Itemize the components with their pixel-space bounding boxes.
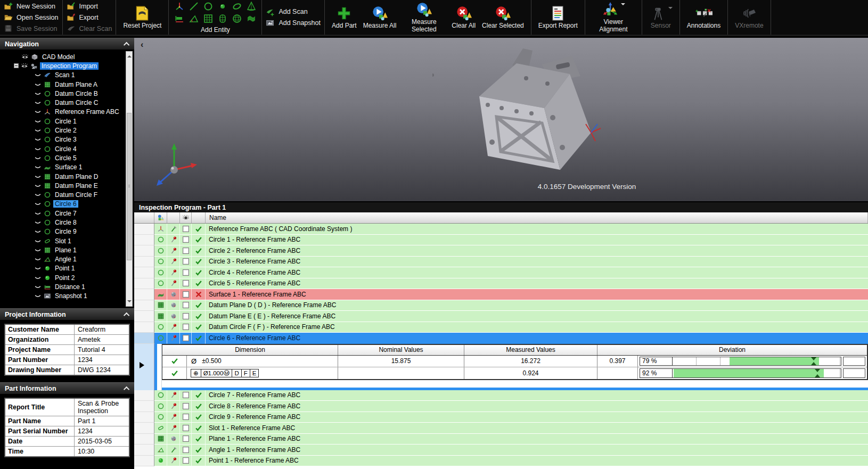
crescent-icon[interactable]: [34, 283, 42, 291]
new-session-button[interactable]: New Session: [4, 2, 55, 11]
tree-item-circle-8[interactable]: Circle 8: [0, 218, 134, 227]
crescent-icon[interactable]: [34, 191, 42, 199]
entity-plane-button[interactable]: [202, 13, 214, 26]
entity-line-button[interactable]: [188, 1, 200, 14]
entity-point-button[interactable]: [217, 1, 228, 14]
save-session-button[interactable]: Save Session: [4, 24, 57, 34]
crescent-icon[interactable]: [34, 99, 42, 106]
entity-frame-button[interactable]: [174, 1, 185, 14]
row-checkbox[interactable]: [183, 226, 189, 232]
scroll-up-icon[interactable]: [127, 53, 132, 57]
tree-item-reference-frame-abc[interactable]: Reference Frame ABC: [0, 108, 134, 117]
tree-item-surface-1[interactable]: Surface 1: [0, 163, 134, 172]
row-checkbox[interactable]: [183, 447, 189, 453]
part-information-header[interactable]: Part Information: [0, 382, 134, 394]
crescent-icon[interactable]: [34, 90, 42, 97]
table-row-circle-2[interactable]: Circle 2 - Reference Frame ABC: [134, 245, 868, 257]
crescent-icon[interactable]: [34, 274, 42, 282]
table-row-circle-7[interactable]: Circle 7 - Reference Frame ABC: [134, 390, 868, 401]
crescent-icon[interactable]: [34, 210, 42, 217]
open-session-button[interactable]: Open Session: [4, 13, 59, 22]
entity-distance-button[interactable]: [174, 13, 185, 26]
entity-circle-button[interactable]: [202, 1, 214, 14]
tree-item-datum-circle-b[interactable]: Datum Circle B: [0, 89, 134, 98]
tree-item-angle-1[interactable]: Angle 1: [0, 255, 134, 264]
dropdown-caret-icon[interactable]: [668, 7, 673, 11]
tree-item-cad-model[interactable]: CAD Model: [0, 52, 134, 61]
info-value[interactable]: Creaform: [75, 325, 129, 334]
crescent-icon[interactable]: [34, 173, 42, 180]
measure-all-button[interactable]: Measure All: [360, 4, 400, 31]
crescent-icon[interactable]: [34, 228, 42, 235]
visibility-column-header[interactable]: [180, 212, 192, 223]
info-value[interactable]: Tutorial 4: [75, 345, 129, 355]
table-row-plane-1[interactable]: Plane 1 - Reference Frame ABC: [134, 434, 868, 445]
crescent-icon[interactable]: [34, 256, 42, 263]
export-button[interactable]: Export: [67, 13, 99, 22]
tree-item-datum-plane-d[interactable]: Datum Plane D: [0, 172, 134, 181]
crescent-icon[interactable]: [34, 265, 42, 272]
tree-expander[interactable]: [14, 63, 19, 68]
tree-item-circle-5[interactable]: Circle 5: [0, 153, 134, 162]
tree-item-datum-circle-c[interactable]: Datum Circle C: [0, 98, 134, 107]
dropdown-caret-icon[interactable]: [621, 3, 625, 7]
import-button[interactable]: Import: [67, 2, 98, 11]
add-snapshot-button[interactable]: Add Snapshot: [266, 18, 321, 28]
tree-item-point-1[interactable]: Point 1: [0, 264, 134, 273]
tree-item-circle-4[interactable]: Circle 4: [0, 144, 134, 153]
tree-item-point-2[interactable]: Point 2: [0, 273, 134, 282]
measured-header[interactable]: Measured Values: [464, 345, 597, 355]
entity-cone-button[interactable]: [245, 1, 257, 14]
table-row-circle-6[interactable]: Circle 6 - Reference Frame ABC: [134, 333, 868, 344]
row-checkbox[interactable]: [183, 435, 189, 442]
project-information-header[interactable]: Project Information: [0, 308, 134, 320]
row-checkbox[interactable]: [183, 414, 189, 420]
collapse-chevron-icon[interactable]: [124, 312, 129, 318]
row-checkbox[interactable]: [183, 392, 189, 398]
tree-scrollbar[interactable]: [126, 51, 133, 307]
tree-item-datum-plane-e[interactable]: Datum Plane E: [0, 181, 134, 190]
table-row-datum-plane-e-e[interactable]: Datum Plane E ( E ) - Reference Frame AB…: [134, 311, 868, 322]
table-row-surface-1[interactable]: Surface 1 - Reference Frame ABC: [134, 289, 868, 300]
tree-item-circle-3[interactable]: Circle 3: [0, 135, 134, 144]
table-row-point-1[interactable]: Point 1 - Reference Frame ABC: [134, 456, 868, 467]
table-row-circle-3[interactable]: Circle 3 - Reference Frame ABC: [134, 257, 868, 268]
table-row-circle-1[interactable]: Circle 1 - Reference Frame ABC: [134, 235, 868, 246]
status-column-header[interactable]: [192, 212, 206, 223]
crescent-icon[interactable]: [34, 246, 42, 254]
table-row-datum-circle-f-f[interactable]: Datum Circle F ( F ) - Reference Frame A…: [134, 322, 868, 333]
row-checkbox[interactable]: [183, 280, 189, 286]
row-checkbox[interactable]: [183, 324, 189, 330]
table-row-slot-1[interactable]: Slot 1 - Reference Frame ABC: [134, 423, 868, 434]
tree-item-circle-2[interactable]: Circle 2: [0, 126, 134, 135]
tree-item-circle-7[interactable]: Circle 7: [0, 209, 134, 218]
panel-collapse-icon[interactable]: ‹: [141, 40, 143, 50]
info-value[interactable]: Scan & Probe Inspection: [75, 399, 129, 416]
add-part-button[interactable]: Add Part: [329, 4, 360, 31]
reset-project-button[interactable]: Reset Project: [120, 4, 165, 31]
row-checkbox[interactable]: [183, 291, 189, 298]
annotations-button[interactable]: Annotations: [684, 4, 724, 31]
entity-surface-button[interactable]: [245, 13, 257, 26]
export-report-button[interactable]: Export Report: [535, 4, 581, 31]
crescent-icon[interactable]: [34, 292, 42, 300]
tree-item-distance-1[interactable]: Distance 1: [0, 282, 134, 291]
crescent-icon[interactable]: [34, 71, 42, 79]
tree-item-snapshot-1[interactable]: Snapshot 1: [0, 292, 134, 301]
detail-row[interactable]: ⊕Ø1.000MDFE0.92492 %: [162, 367, 867, 379]
detail-row[interactable]: Ø±0.50015.87516.2720.39779 %: [162, 356, 867, 367]
viewer-alignment-button[interactable]: Viewer Alignment: [589, 1, 638, 35]
tree-item-circle-6[interactable]: Circle 6: [0, 200, 134, 209]
entity-sphere-button[interactable]: [231, 13, 243, 26]
scroll-down-icon[interactable]: [127, 300, 132, 305]
add-scan-button[interactable]: Add Scan: [266, 7, 307, 17]
deviation-header[interactable]: Deviation: [597, 345, 867, 355]
row-checkbox[interactable]: [183, 313, 189, 319]
table-row-circle-4[interactable]: Circle 4 - Reference Frame ABC: [134, 267, 868, 278]
crescent-icon[interactable]: [34, 81, 42, 88]
crescent-icon[interactable]: [34, 108, 42, 116]
row-checkbox[interactable]: [183, 425, 189, 431]
tree-item-scan-1[interactable]: Scan 1: [0, 71, 134, 80]
clear-scan-button[interactable]: Clear Scan: [67, 24, 112, 34]
measure-selected-button[interactable]: Measure Selected: [399, 1, 448, 35]
